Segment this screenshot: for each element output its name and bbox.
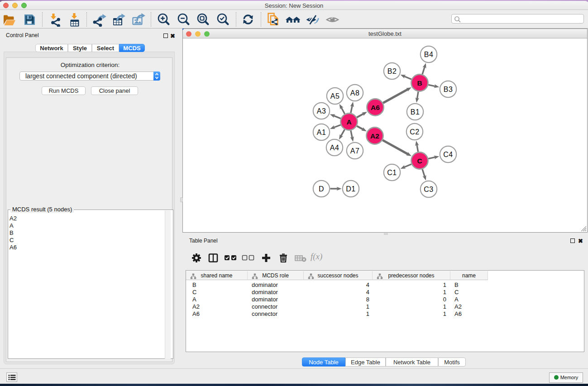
svg-text:D: D xyxy=(319,185,324,193)
svg-text:B2: B2 xyxy=(387,67,397,75)
svg-text:A4: A4 xyxy=(330,144,339,152)
svg-text:A7: A7 xyxy=(350,147,360,155)
svg-text:A6: A6 xyxy=(371,104,380,111)
svg-text:A2: A2 xyxy=(370,132,379,140)
svg-text:B1: B1 xyxy=(411,108,420,116)
svg-text:A1: A1 xyxy=(317,129,326,136)
svg-text:D1: D1 xyxy=(346,185,355,193)
svg-text:A: A xyxy=(346,118,351,126)
svg-text:C: C xyxy=(417,157,422,165)
svg-text:C2: C2 xyxy=(410,128,419,136)
svg-text:C3: C3 xyxy=(424,186,433,193)
svg-text:A8: A8 xyxy=(350,89,360,97)
svg-text:A3: A3 xyxy=(317,107,326,115)
svg-text:B: B xyxy=(417,79,422,87)
svg-text:C4: C4 xyxy=(443,151,453,158)
svg-text:C1: C1 xyxy=(387,169,397,176)
svg-text:A5: A5 xyxy=(330,92,340,100)
svg-text:B4: B4 xyxy=(424,51,434,58)
svg-text:B3: B3 xyxy=(444,86,453,93)
